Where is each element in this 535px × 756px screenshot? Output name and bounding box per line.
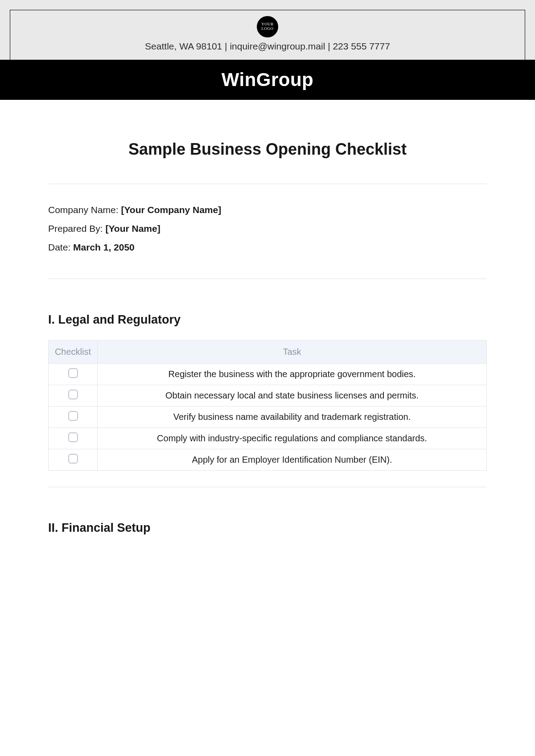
checkbox[interactable] bbox=[68, 432, 78, 442]
task-cell: Verify business name availability and tr… bbox=[98, 407, 487, 428]
table-header-row: Checklist Task bbox=[49, 341, 487, 364]
meta-prepared-value: [Your Name] bbox=[105, 223, 160, 234]
divider bbox=[48, 184, 487, 184]
meta-company-label: Company Name: bbox=[48, 205, 121, 215]
task-cell: Obtain necessary local and state busines… bbox=[98, 385, 487, 407]
divider bbox=[48, 487, 487, 487]
brand-band: WinGroup bbox=[0, 60, 535, 100]
task-cell: Apply for an Employer Identification Num… bbox=[98, 449, 487, 471]
meta-company: Company Name: [Your Company Name] bbox=[48, 205, 487, 215]
table-row: Comply with industry-specific regulation… bbox=[49, 428, 487, 449]
meta-prepared-label: Prepared By: bbox=[48, 223, 105, 234]
section-1-table: Checklist Task Register the business wit… bbox=[48, 340, 487, 471]
document-body: Sample Business Opening Checklist Compan… bbox=[0, 100, 535, 535]
table-row: Register the business with the appropria… bbox=[49, 364, 487, 385]
checkbox[interactable] bbox=[68, 411, 78, 421]
table-row: Apply for an Employer Identification Num… bbox=[49, 449, 487, 471]
meta-date-value: March 1, 2050 bbox=[73, 242, 135, 252]
brand-name: WinGroup bbox=[222, 69, 314, 90]
section-2-title: II. Financial Setup bbox=[48, 521, 487, 535]
document-title: Sample Business Opening Checklist bbox=[48, 140, 487, 159]
meta-company-value: [Your Company Name] bbox=[121, 205, 221, 215]
checkbox[interactable] bbox=[68, 368, 78, 378]
meta-date: Date: March 1, 2050 bbox=[48, 242, 487, 253]
task-cell: Comply with industry-specific regulation… bbox=[98, 428, 487, 449]
checkbox[interactable] bbox=[68, 390, 78, 399]
divider bbox=[48, 279, 487, 279]
checkbox[interactable] bbox=[68, 454, 78, 464]
contact-line: Seattle, WA 98101 | inquire@wingroup.mai… bbox=[145, 41, 390, 52]
meta-prepared: Prepared By: [Your Name] bbox=[48, 223, 487, 234]
logo-text: YOUR LOGO bbox=[261, 22, 274, 31]
task-cell: Register the business with the appropria… bbox=[98, 364, 487, 385]
section-1-title: I. Legal and Regulatory bbox=[48, 313, 487, 327]
meta-date-label: Date: bbox=[48, 242, 73, 252]
col-task: Task bbox=[98, 341, 487, 364]
table-row: Verify business name availability and tr… bbox=[49, 407, 487, 428]
logo-placeholder: YOUR LOGO bbox=[257, 16, 278, 37]
table-row: Obtain necessary local and state busines… bbox=[49, 385, 487, 407]
col-checklist: Checklist bbox=[49, 341, 98, 364]
header-gray-band: YOUR LOGO Seattle, WA 98101 | inquire@wi… bbox=[0, 0, 535, 60]
